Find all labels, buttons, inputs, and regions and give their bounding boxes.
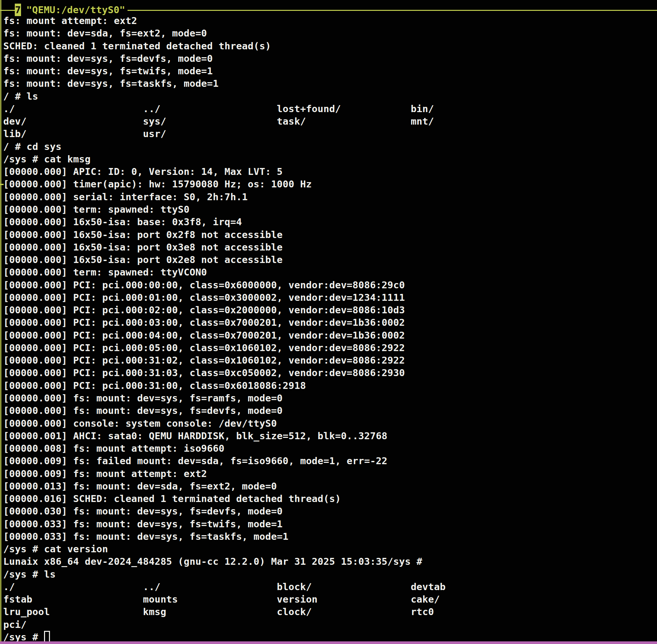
terminal-output[interactable]: fs: mount attempt: ext2fs: mount: dev=sd… xyxy=(0,15,446,643)
prompt-text: /sys # xyxy=(3,631,44,643)
terminal-line: Lunaix x86_64 dev-2024_484285 (gnu-cc 12… xyxy=(3,555,446,568)
terminal-line: [00000.000] PCI: pci.000:04:00, class=0x… xyxy=(3,329,446,342)
terminal-line: [00000.016] SCHED: cleaned 1 terminated … xyxy=(3,492,446,505)
title-border-line-right xyxy=(127,10,657,11)
terminal-line: / # cd sys xyxy=(3,140,446,153)
terminal-line: [00000.000] serial: interface: S0, 2h:7h… xyxy=(3,191,446,203)
terminal-line: [00000.000] PCI: pci.000:05:00, class=0x… xyxy=(3,342,446,354)
terminal-line: [00000.000] 16x50-isa: port 0x2f8 not ac… xyxy=(3,228,446,241)
terminal-line: [00000.008] fs: mount attempt: iso9660 xyxy=(3,442,446,455)
terminal-line: fstab mounts version cake/ xyxy=(3,593,446,605)
terminal-line: [00000.033] fs: mount: dev=sys, fs=taskf… xyxy=(3,530,446,543)
terminal-line: [00000.000] console: system console: /de… xyxy=(3,417,446,430)
terminal-line: / # ls xyxy=(3,90,446,102)
terminal-screen: 7 "QEMU:/dev/ttyS0" fs: mount attempt: e… xyxy=(0,0,657,644)
window-titlebar: 7 "QEMU:/dev/ttyS0" xyxy=(0,0,657,17)
terminal-line: fs: mount: dev=sda, fs=ext2, mode=0 xyxy=(3,27,446,40)
terminal-line: [00000.000] PCI: pci.000:00:00, class=0x… xyxy=(3,279,446,291)
terminal-line: lib/ usr/ xyxy=(3,128,446,140)
terminal-line: fs: mount: dev=sys, fs=taskfs, mode=1 xyxy=(3,77,446,90)
terminal-line: dev/ sys/ task/ mnt/ xyxy=(3,115,446,128)
terminal-line: [00000.009] fs: mount attempt: ext2 xyxy=(3,467,446,480)
terminal-line: /sys # ls xyxy=(3,568,446,580)
terminal-line: /sys # cat kmsg xyxy=(3,153,446,165)
terminal-line: [00000.000] 16x50-isa: base: 0x3f8, irq=… xyxy=(3,216,446,228)
terminal-line: [00000.000] term: spawned: ttyS0 xyxy=(3,203,446,216)
terminal-line: /sys # cat version xyxy=(3,543,446,555)
status-bar xyxy=(0,641,657,644)
terminal-line: [00000.000] PCI: pci.000:31:00, class=0x… xyxy=(3,380,446,392)
terminal-line: [00000.000] term: spawned: ttyVCON0 xyxy=(3,266,446,278)
terminal-line: [00000.000] fs: mount: dev=sys, fs=ramfs… xyxy=(3,392,446,404)
terminal-line: [00000.000] 16x50-isa: port 0x3e8 not ac… xyxy=(3,241,446,253)
terminal-line: [00000.001] AHCI: sata0: QEMU HARDDISK, … xyxy=(3,430,446,442)
terminal-line: pci/ xyxy=(3,618,446,631)
terminal-line: SCHED: cleaned 1 terminated detached thr… xyxy=(3,40,446,52)
terminal-line: [00000.000] PCI: pci.000:02:00, class=0x… xyxy=(3,304,446,316)
title-border-line-left xyxy=(0,10,15,11)
terminal-line: [00000.000] fs: mount: dev=sys, fs=devfs… xyxy=(3,404,446,417)
terminal-line: [00000.000] timer(apic): hw: 15790080 Hz… xyxy=(3,178,446,190)
terminal-line: [00000.000] PCI: pci.000:31:02, class=0x… xyxy=(3,354,446,367)
terminal-line: fs: mount: dev=sys, fs=twifs, mode=1 xyxy=(3,65,446,77)
terminal-line: [00000.000] 16x50-isa: port 0x2e8 not ac… xyxy=(3,253,446,266)
terminal-line: ./ ../ block/ devtab xyxy=(3,580,446,593)
terminal-line: [00000.000] PCI: pci.000:03:00, class=0x… xyxy=(3,316,446,329)
terminal-line: [00000.000] PCI: pci.000:31:03, class=0x… xyxy=(3,367,446,379)
terminal-line: [00000.033] fs: mount: dev=sys, fs=twifs… xyxy=(3,518,446,530)
terminal-line: fs: mount attempt: ext2 xyxy=(3,15,446,27)
terminal-line: [00000.009] fs: failed mount: dev=sda, f… xyxy=(3,455,446,467)
terminal-line: [00000.000] APIC: ID: 0, Version: 14, Ma… xyxy=(3,165,446,178)
terminal-line: [00000.030] fs: mount: dev=sys, fs=devfs… xyxy=(3,505,446,518)
terminal-line: [00000.013] fs: mount: dev=sda, fs=ext2,… xyxy=(3,480,446,492)
terminal-line: lru_pool kmsg clock/ rtc0 xyxy=(3,605,446,618)
terminal-cursor xyxy=(44,631,50,642)
terminal-line: fs: mount: dev=sys, fs=devfs, mode=0 xyxy=(3,52,446,65)
terminal-line: ./ ../ lost+found/ bin/ xyxy=(3,102,446,115)
terminal-line: [00000.000] PCI: pci.000:01:00, class=0x… xyxy=(3,291,446,304)
